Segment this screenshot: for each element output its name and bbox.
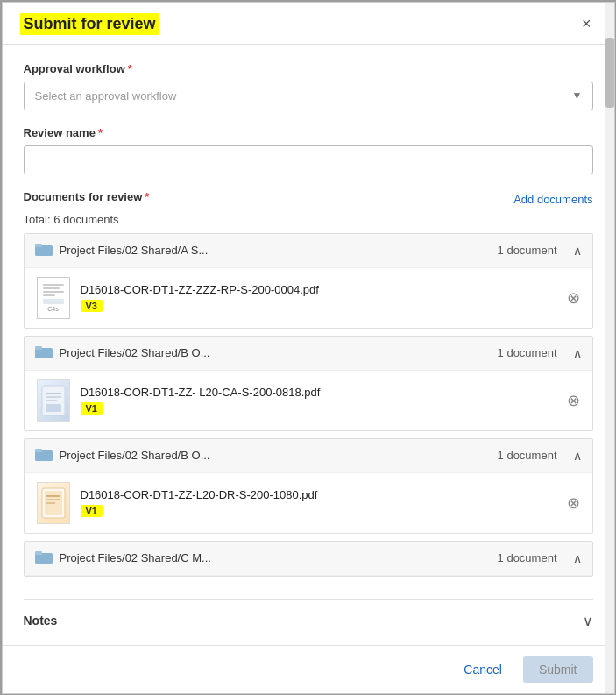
folder-icon-2 [35, 344, 53, 362]
modal-body: Approval workflow* Select an approval wo… [3, 45, 614, 645]
folder-group-2: Project Files/02 Shared/B O... 1 documen… [24, 336, 593, 431]
review-name-label: Review name* [24, 126, 593, 139]
doc-name-2: D16018-COR-DT1-ZZ- L20-CA-S-200-0818.pdf [81, 386, 556, 399]
folder-header-4: Project Files/02 Shared/C M... 1 documen… [25, 542, 592, 576]
add-documents-link[interactable]: Add documents [513, 193, 592, 206]
notes-chevron-icon: ∨ [583, 613, 593, 629]
remove-doc-1[interactable]: ⊗ [567, 290, 580, 306]
submit-button[interactable]: Submit [523, 656, 593, 683]
documents-label: Documents for review* [24, 190, 150, 203]
version-badge-3: V1 [81, 505, 103, 517]
folder-path-3: Project Files/02 Shared/B O... [60, 449, 491, 462]
doc-item-3: D16018-COR-DT1-ZZ-L20-DR-S-200-1080.pdf … [25, 473, 592, 533]
doc-thumb-1: C4s [37, 277, 70, 319]
doc-name-3: D16018-COR-DT1-ZZ-L20-DR-S-200-1080.pdf [81, 488, 556, 501]
close-button[interactable]: × [577, 14, 597, 33]
folder-header-2: Project Files/02 Shared/B O... 1 documen… [25, 337, 592, 371]
required-star: * [128, 62, 132, 75]
modal-container: Submit for review × Approval workflow* S… [2, 2, 615, 694]
collapse-folder-4[interactable]: ∧ [573, 551, 582, 565]
doc-thumb-3 [37, 482, 70, 524]
cancel-button[interactable]: Cancel [453, 657, 513, 682]
doc-item-2: D16018-COR-DT1-ZZ- L20-CA-S-200-0818.pdf… [25, 371, 592, 430]
doc-count-3: 1 document [498, 449, 557, 462]
version-badge-2: V1 [81, 402, 103, 415]
svg-rect-17 [35, 551, 42, 555]
doc-info-1: D16018-COR-DT1-ZZ-ZZZ-RP-S-200-0004.pdf … [81, 283, 556, 312]
approval-workflow-field: Approval workflow* Select an approval wo… [24, 62, 593, 110]
documents-header: Documents for review* Add documents [24, 190, 593, 209]
folder-path-2: Project Files/02 Shared/B O... [60, 346, 491, 359]
folder-icon-1 [35, 242, 53, 259]
collapse-folder-2[interactable]: ∧ [573, 346, 582, 360]
approval-workflow-select[interactable]: Select an approval workflow [24, 82, 593, 110]
folder-group-1: Project Files/02 Shared/A S... 1 documen… [24, 233, 593, 329]
review-name-input[interactable] [24, 145, 593, 174]
svg-rect-3 [35, 346, 42, 350]
notes-section[interactable]: Notes ∨ [24, 599, 593, 638]
remove-doc-3[interactable]: ⊗ [567, 495, 580, 511]
total-count: Total: 6 documents [24, 213, 593, 226]
folder-group-3: Project Files/02 Shared/B O... 1 documen… [24, 438, 593, 534]
svg-rect-1 [35, 244, 42, 247]
approval-workflow-label: Approval workflow* [24, 62, 593, 75]
doc-info-2: D16018-COR-DT1-ZZ- L20-CA-S-200-0818.pdf… [81, 386, 556, 415]
required-star-3: * [145, 190, 149, 203]
remove-doc-2[interactable]: ⊗ [567, 393, 580, 408]
folder-group-4: Project Files/02 Shared/C M... 1 documen… [24, 541, 593, 577]
doc-item-1: C4s D16018-COR-DT1-ZZ-ZZZ-RP-S-200-0004.… [25, 268, 592, 328]
folder-header-1: Project Files/02 Shared/A S... 1 documen… [25, 234, 592, 268]
folder-icon-3 [35, 447, 53, 465]
modal-header: Submit for review × [3, 3, 614, 45]
doc-name-1: D16018-COR-DT1-ZZ-ZZZ-RP-S-200-0004.pdf [81, 283, 556, 296]
folder-header-3: Project Files/02 Shared/B O... 1 documen… [25, 439, 592, 473]
collapse-folder-1[interactable]: ∧ [573, 244, 582, 258]
svg-rect-10 [35, 449, 42, 452]
scrollbar-thumb[interactable] [605, 38, 614, 108]
notes-label: Notes [24, 613, 58, 628]
doc-thumb-2 [37, 379, 70, 422]
version-badge-1: V3 [81, 300, 103, 312]
doc-count-4: 1 document [498, 551, 557, 564]
modal-overlay: Submit for review × Approval workflow* S… [0, 0, 616, 695]
required-star-2: * [98, 126, 103, 139]
folder-icon-4 [35, 550, 53, 567]
folder-path-1: Project Files/02 Shared/A S... [60, 244, 491, 257]
review-name-field: Review name* [24, 126, 593, 174]
doc-info-3: D16018-COR-DT1-ZZ-L20-DR-S-200-1080.pdf … [81, 488, 556, 517]
modal-title: Submit for review [20, 13, 159, 35]
modal-footer: Cancel Submit [3, 645, 614, 693]
doc-count-1: 1 document [498, 244, 557, 257]
folder-path-4: Project Files/02 Shared/C M... [60, 551, 491, 564]
approval-workflow-select-wrapper: Select an approval workflow ▼ [24, 82, 593, 110]
scrollbar-track[interactable] [605, 3, 614, 693]
collapse-folder-3[interactable]: ∧ [573, 449, 582, 463]
doc-count-2: 1 document [498, 346, 557, 359]
documents-field: Documents for review* Add documents Tota… [24, 190, 593, 584]
svg-rect-8 [46, 404, 61, 412]
